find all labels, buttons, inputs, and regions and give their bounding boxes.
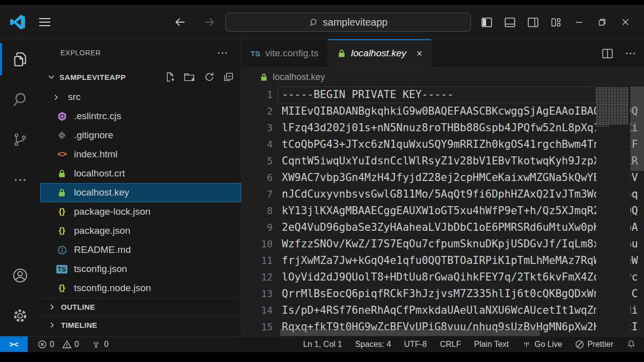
outline-section[interactable]: OUTLINE — [40, 298, 241, 316]
tab-localhost-key[interactable]: localhost.key × — [328, 39, 432, 67]
activity-source-control-icon[interactable] — [0, 120, 40, 160]
code-line[interactable]: 6XW9AC7vbp3Gn4MzH4JfyjdZ28ej2cpHMCeKaixw… — [242, 169, 644, 186]
restore-button[interactable] — [591, 5, 614, 39]
code-line[interactable]: 8kY13jlKXAgMBAAECggEAUXW1oGT5xu4hWfP9eT+… — [242, 203, 644, 219]
accounts-icon[interactable] — [0, 255, 40, 296]
title-bar: sampleviteapp — [0, 5, 644, 39]
git-diamond-icon — [55, 130, 68, 140]
breadcrumb[interactable]: localhost.key — [242, 68, 644, 86]
refresh-icon[interactable] — [204, 71, 215, 82]
search-command-center[interactable]: sampleviteapp — [225, 13, 471, 32]
minimap-content — [596, 87, 628, 125]
slash-circle-icon — [575, 340, 584, 349]
editor-group: TS vite.config.ts localhost.key × ⋯ — [242, 39, 644, 336]
json-braces-icon: {} — [55, 226, 68, 236]
file-row-localhost-crt[interactable]: localhost.crt — [40, 164, 241, 183]
chevron-right-icon — [48, 303, 56, 311]
status-bar: >< 0 0 0 Ln 1, Col 1 Spaces: 4 UTF-8 CRL… — [0, 336, 644, 352]
file-row-localhost-key[interactable]: localhost.key — [40, 183, 241, 202]
lock-icon — [55, 188, 68, 197]
activity-bar — [0, 39, 40, 336]
lock-icon — [260, 73, 268, 81]
vertical-scrollbar[interactable] — [630, 86, 644, 171]
tab-bar: TS vite.config.ts localhost.key × ⋯ — [242, 39, 644, 68]
go-live-button[interactable]: Go Live — [522, 339, 562, 349]
code-line[interactable]: 12lOyVid2dJ9QUolT8+HDtUu8rGwaQihkFEY7q/2… — [242, 269, 644, 286]
vscode-window: sampleviteapp — [0, 5, 644, 352]
code-line[interactable]: 4tCoQbPG43+JTxc6zN1quWxuSQY9mRRIZh0kgOS4… — [242, 136, 644, 153]
file-row-package-json[interactable]: {} package.json — [40, 221, 241, 240]
file-row-package-lock[interactable]: {} package-lock.json — [40, 202, 241, 221]
settings-gear-icon[interactable] — [0, 296, 40, 336]
forward-arrow-icon[interactable] — [203, 16, 216, 29]
workspace-section-header[interactable]: SAMPLEVITEAPP — [40, 66, 241, 87]
file-row-gitignore[interactable]: .gitignore — [40, 126, 241, 145]
activity-more-icon[interactable] — [0, 160, 40, 200]
editor-more-icon[interactable]: ⋯ — [625, 47, 636, 60]
toggle-sidebar-icon[interactable] — [475, 5, 498, 39]
code-editor[interactable]: 1-----BEGIN PRIVATE KEY----- 2MIIEvQIBAD… — [242, 86, 644, 336]
tab-vite-config[interactable]: TS vite.config.ts — [242, 39, 328, 67]
timeline-section[interactable]: TIMELINE — [40, 316, 241, 334]
html-brackets-icon: <> — [55, 149, 68, 159]
remote-indicator[interactable]: >< — [0, 336, 28, 352]
search-value: sampleviteapp — [323, 17, 388, 28]
close-button[interactable] — [614, 5, 637, 39]
chevron-down-icon — [47, 73, 55, 81]
search-icon — [309, 18, 318, 27]
activity-explorer-icon[interactable] — [0, 39, 40, 79]
prettier-status[interactable]: Prettier — [575, 340, 613, 349]
new-folder-icon[interactable] — [184, 71, 196, 82]
ports-status[interactable]: 0 — [91, 339, 109, 349]
ts-box-icon: TS — [55, 265, 68, 274]
code-line[interactable]: 14Is/pD+4RSf76neRhAqCfPmxkdaUAeUlaNXU6Wc… — [242, 302, 644, 319]
explorer-actions — [165, 71, 234, 82]
ts-letters-icon: TS — [251, 49, 260, 58]
minimap-content-tail — [596, 125, 609, 128]
code-line[interactable]: 7nJCdCuxyvnbsvsGwlG811Mo/5AqQt9fi6DphHZA… — [242, 186, 644, 203]
file-row-eslintrc[interactable]: .eslintrc.cjs — [40, 107, 241, 126]
code-line[interactable]: 11frjXwMZa7Jw+kGqQ4e1qfu0QQTBTOaIRPiK1pT… — [242, 252, 644, 269]
eslint-hexagon-icon — [55, 111, 68, 122]
lock-icon — [55, 169, 68, 178]
language-mode[interactable]: Plain Text — [474, 340, 509, 349]
code-line[interactable]: 10WzfzzSNOv/KwZ/I7S7EqOu7cfpumSknuDKpjUS… — [242, 236, 644, 252]
activity-search-icon[interactable] — [0, 79, 40, 120]
file-row-index-html[interactable]: <> index.html — [40, 145, 241, 164]
customize-layout-icon[interactable] — [544, 5, 568, 39]
code-line[interactable]: 13QrrMlBsEocQ6piqfRCkF3hJzjvsM7Z335hlIj6… — [242, 286, 644, 302]
error-icon — [38, 340, 47, 349]
collapse-all-icon[interactable] — [223, 71, 234, 82]
encoding[interactable]: UTF-8 — [404, 340, 427, 349]
code-line[interactable]: 1-----BEGIN PRIVATE KEY----- — [242, 86, 644, 103]
file-row-readme[interactable]: README.md — [40, 240, 241, 259]
remote-icon: >< — [9, 340, 18, 349]
explorer-more-icon[interactable]: ⋯ — [217, 46, 228, 59]
info-circle-icon — [55, 245, 68, 255]
json-braces-icon: {} — [55, 207, 68, 217]
toggle-panel-icon[interactable] — [498, 5, 521, 39]
horizontal-scrollbar[interactable] — [280, 329, 540, 336]
vscode-logo-icon — [10, 5, 25, 39]
minimize-button[interactable] — [568, 5, 591, 39]
close-tab-icon[interactable]: × — [417, 48, 423, 59]
code-line[interactable]: 5CqntW5iwqUxYuIdsnCclWlRsyZ1v28bV1EBvTko… — [242, 153, 644, 169]
workspace-name: SAMPLEVITEAPP — [59, 73, 165, 81]
toggle-secondary-sidebar-icon[interactable] — [521, 5, 544, 39]
split-editor-icon[interactable] — [602, 49, 613, 58]
back-arrow-icon[interactable] — [174, 16, 187, 29]
code-line[interactable]: 3lFzq43d202j01s+nN5Nnuz8roTHBb88Gspb4JPQ… — [242, 120, 644, 136]
file-row-tsconfig[interactable]: TS tsconfig.json — [40, 259, 241, 279]
cursor-position[interactable]: Ln 1, Col 1 — [303, 340, 342, 349]
code-line[interactable]: 92eQ4VuD96gbaSe3ZyHAaheaLVJbDbC1oE6PMRSR… — [242, 219, 644, 236]
new-file-icon[interactable] — [165, 71, 176, 82]
file-row-src[interactable]: src — [40, 87, 241, 107]
eol-sequence[interactable]: CRLF — [440, 340, 461, 349]
menu-hamburger-icon[interactable] — [39, 5, 50, 39]
code-line[interactable]: 2MIIEvQIBADANBgkqhkiG9w0BAQEFAASCBKcwggS… — [242, 103, 644, 120]
indentation[interactable]: Spaces: 4 — [355, 340, 391, 349]
minimap[interactable] — [596, 86, 630, 336]
notifications-bell-icon[interactable] — [626, 339, 636, 349]
file-row-tsconfig-node[interactable]: {} tsconfig.node.json — [40, 279, 241, 298]
problems-status[interactable]: 0 0 — [38, 340, 79, 349]
